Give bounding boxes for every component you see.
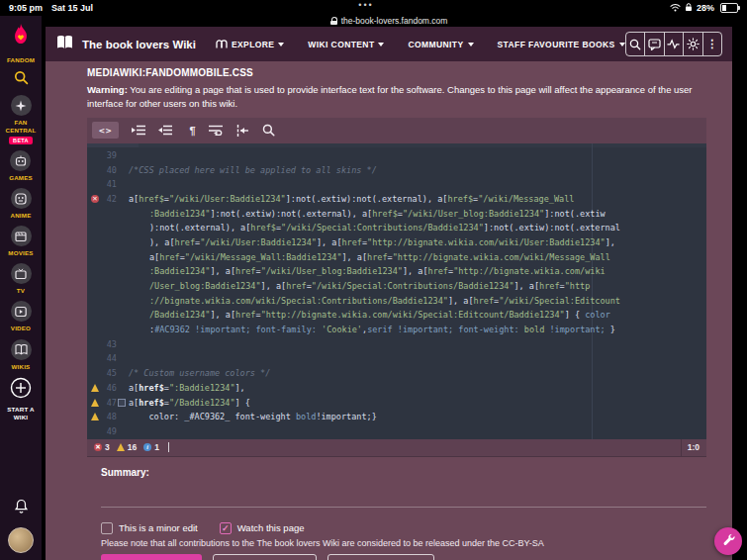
cancel-button[interactable]: CANCEL: [445, 554, 495, 560]
show-preview-button[interactable]: SHOW PREVIEW: [213, 554, 317, 560]
sidebar-label-wikis: WIKIS: [12, 363, 31, 371]
code-area[interactable]: 3940/*CSS placed here will be applied to…: [87, 143, 706, 439]
code-line[interactable]: 49: [87, 424, 706, 439]
theme-toggle-sun-button[interactable]: [683, 33, 701, 55]
sidebar-item-tv[interactable]: TV: [11, 263, 32, 295]
code-line[interactable]: 39: [87, 148, 706, 163]
code-line[interactable]: ), a[href="/wiki/User:Baddie1234"], a[hr…: [87, 235, 706, 250]
menu-community[interactable]: COMMUNITY: [408, 40, 473, 49]
code-line[interactable]: /User_blog:Baddie1234"], a[href="/wiki/S…: [87, 279, 706, 294]
lint-status-bar: ✕ 3 16 i 1 1:0: [87, 439, 706, 457]
sidebar-item-video[interactable]: VIDEO: [11, 301, 32, 332]
activity-pulse-button[interactable]: [664, 33, 683, 55]
wiki-app: The book lovers Wiki EXPLORE WIKI CONTEN…: [46, 27, 732, 560]
user-avatar[interactable]: [8, 527, 34, 553]
warning-count-icon: [117, 443, 125, 451]
goto-line-button[interactable]: [236, 125, 249, 137]
header-menus: EXPLORE WIKI CONTENT COMMUNITY STAFF FAV…: [216, 39, 625, 50]
sidebar-item-start-a-wiki[interactable]: START A WIKI: [0, 377, 42, 421]
battery-icon: [720, 3, 738, 13]
save-changes-button[interactable]: SAVE CHANGES: [101, 554, 202, 560]
code-line[interactable]: a[href="/wiki/Message_Wall:Baddie1234"],…: [87, 249, 706, 264]
ssl-lock-icon: [330, 17, 337, 25]
header-search-button[interactable]: [626, 33, 644, 55]
minor-edit-checkbox[interactable]: This is a minor edit: [101, 522, 198, 534]
edit-page-content: MEDIAWIKI:FANDOMMOBILE.CSS Warning: You …: [46, 61, 732, 560]
code-line[interactable]: 48 color: _#AC9362_ font-weight bold!imp…: [87, 410, 706, 424]
action-buttons: SAVE CHANGES SHOW PREVIEW SHOW CHANGES C…: [101, 554, 706, 560]
checkbox-checked-icon[interactable]: ✓: [220, 522, 232, 534]
warning-label: Warning:: [87, 84, 128, 95]
sidebar-item-games[interactable]: GAMES: [9, 150, 33, 182]
sidebar-label-games: GAMES: [9, 174, 33, 182]
global-sidebar: FANDOM FAN CENTRAL BETA GAMES ANIME MOVI…: [0, 16, 42, 560]
menu-explore[interactable]: EXPLORE: [216, 39, 284, 50]
clipped-gutter: [87, 143, 139, 147]
fandom-flame-logo-icon: [9, 23, 33, 53]
sidebar-label-fandom: FANDOM: [7, 56, 35, 64]
code-line[interactable]: 46a[href$=":Baddie1234"],: [87, 381, 706, 396]
code-line[interactable]: 47a[href$="/Baddie1234"] {: [87, 395, 706, 410]
open-book-icon: [55, 35, 74, 54]
menu-wiki-content[interactable]: WIKI CONTENT: [308, 40, 384, 49]
edit-tools-fab[interactable]: [714, 527, 742, 555]
summary-input[interactable]: [101, 478, 710, 504]
sidebar-search-button[interactable]: [14, 70, 29, 89]
code-line[interactable]: :#AC9362 !important; font-family: 'Cooki…: [87, 323, 706, 337]
code-line[interactable]: 44: [87, 351, 706, 366]
code-line[interactable]: 40/*CSS placed here will be applied to a…: [87, 162, 706, 177]
sidebar-label-start-a-wiki: START A WIKI: [0, 406, 42, 421]
code-line[interactable]: ✕42a[href$="/wiki/User:Baddie1234"]:not(…: [87, 192, 706, 207]
invisibles-pilcrow-button[interactable]: ¶: [189, 125, 195, 137]
code-line[interactable]: ):not(.external), a[href$="/wiki/Special…: [87, 221, 706, 235]
sidebar-item-fandom[interactable]: FANDOM: [7, 23, 35, 64]
code-rows: 3940/*CSS placed here will be applied to…: [87, 148, 706, 439]
code-line[interactable]: :Baddie1234"]:not(.extiw):not(.external)…: [87, 206, 706, 221]
beta-badge: BETA: [9, 137, 33, 144]
more-menu-kebab-button[interactable]: ⋮: [702, 33, 721, 55]
word-wrap-button[interactable]: [209, 125, 224, 136]
wiki-title[interactable]: The book lovers Wiki: [82, 39, 196, 50]
wikis-book-icon: [11, 339, 32, 360]
code-line[interactable]: ://bignate.wikia.com/wiki/Special:Contri…: [87, 293, 706, 308]
code-line[interactable]: :Baddie1234"], a[href="/wiki/User_blog:B…: [87, 264, 706, 279]
sidebar-label-video: VIDEO: [11, 325, 31, 332]
header-icon-group: ⋮: [625, 32, 722, 56]
wrench-icon: [721, 532, 736, 551]
menu-staff-favourite-books[interactable]: STAFF FAVOURITE BOOKS: [498, 40, 625, 49]
checkbox-unchecked-icon[interactable]: [101, 522, 113, 534]
source-mode-button[interactable]: <>: [92, 122, 119, 139]
sidebar-item-fan-central[interactable]: FAN CENTRAL BETA: [0, 95, 42, 144]
code-line[interactable]: 41: [87, 177, 706, 192]
form-divider: [101, 507, 706, 508]
menu-explore-label: EXPLORE: [232, 40, 274, 49]
discussions-button[interactable]: [644, 33, 663, 55]
watch-page-label: Watch this page: [237, 522, 305, 533]
sidebar-item-anime[interactable]: ANIME: [11, 188, 32, 220]
watch-page-checkbox[interactable]: ✓ Watch this page: [220, 522, 305, 534]
edit-form: Summary: This is a minor edit ✓ Watch th…: [87, 457, 706, 560]
error-count-icon: ✕: [94, 443, 102, 451]
edit-warning: Warning: You are editing a page that is …: [87, 83, 706, 112]
anime-face-icon: [11, 188, 32, 209]
wiki-header: The book lovers Wiki EXPLORE WIKI CONTEN…: [46, 27, 732, 61]
browser-url-bar[interactable]: the-book-lovers.fandom.com: [46, 15, 732, 27]
indent-less-button[interactable]: [158, 125, 172, 136]
text-cursor: [168, 442, 169, 452]
summary-label: Summary:: [101, 467, 706, 478]
code-line[interactable]: 45/* Custom username colors */: [87, 366, 706, 381]
tab-overview-dots-icon[interactable]: •••: [0, 0, 732, 10]
page-title: MEDIAWIKI:FANDOMMOBILE.CSS: [87, 67, 706, 78]
sidebar-label-fan-central: FAN CENTRAL: [0, 119, 42, 135]
chevron-down-icon: [468, 43, 474, 47]
notifications-bell-icon[interactable]: [14, 499, 29, 518]
show-changes-button[interactable]: SHOW CHANGES: [327, 554, 434, 560]
sidebar-item-movies[interactable]: MOVIES: [8, 226, 33, 257]
games-robot-icon: [10, 150, 31, 171]
sidebar-item-wikis[interactable]: WIKIS: [11, 339, 32, 371]
code-line[interactable]: /Baddie1234"], a[href="http://bignate.wi…: [87, 308, 706, 323]
indent-more-button[interactable]: [132, 125, 145, 136]
code-line[interactable]: 43: [87, 336, 706, 351]
chevron-down-icon: [619, 43, 625, 47]
editor-search-button[interactable]: [262, 124, 275, 137]
